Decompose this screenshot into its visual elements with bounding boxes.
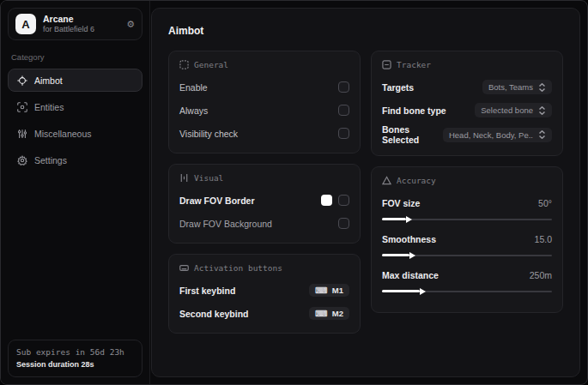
setting-row: Always	[179, 101, 349, 119]
setting-row: Max distance 250m	[382, 266, 552, 284]
activation-buttons-card: Activation buttons First keybind ⌨ M1 Se…	[168, 254, 361, 334]
slider-value: 250m	[530, 270, 552, 280]
targets-dropdown[interactable]: Bots, Teams	[482, 80, 552, 94]
page-title: Aimbot	[168, 25, 571, 37]
setting-label: Always	[179, 105, 208, 116]
app-name: Arcane	[43, 14, 119, 25]
setting-row: Second keybind ⌨ M2	[179, 304, 349, 322]
sidebar-item-miscellaneous[interactable]: Miscellaneous	[8, 122, 142, 145]
smoothness-slider[interactable]	[382, 251, 552, 259]
fov-size-slider[interactable]	[382, 215, 552, 223]
sliders-icon	[179, 173, 189, 183]
sidebar-item-settings[interactable]: Settings	[8, 148, 142, 171]
second-keybind-button[interactable]: ⌨ M2	[309, 307, 349, 320]
visual-card: Visual Draw FOV Border Draw FOV Backgrou…	[168, 164, 361, 244]
setting-label: FOV size	[382, 198, 420, 208]
setting-row: Targets Bots, Teams	[382, 78, 552, 96]
app-window: A Arcane for Battlefield 6 ⚙ Category Ai…	[0, 0, 588, 385]
setting-label: Second keybind	[179, 309, 249, 319]
setting-row: Find bone type Selected bone	[382, 101, 552, 119]
subscription-info-card: Sub expires in 56d 23h Session duration …	[8, 340, 142, 377]
general-card: General Enable Always Visibility check	[168, 51, 361, 153]
dropdown-value: Selected bone	[481, 105, 533, 115]
setting-label: First keybind	[179, 286, 235, 296]
slider-thumb[interactable]	[409, 252, 415, 259]
accuracy-card: Accuracy FOV size 50° Smo	[371, 166, 563, 313]
setting-label: Max distance	[382, 270, 439, 280]
square-minus-icon	[382, 60, 391, 69]
keyboard-icon: ⌨	[315, 286, 327, 295]
scan-box-icon	[16, 101, 27, 112]
keybind-value: M2	[332, 309, 343, 318]
sliders-icon	[16, 128, 27, 139]
sidebar: A Arcane for Battlefield 6 ⚙ Category Ai…	[1, 1, 150, 384]
app-logo: A	[15, 14, 36, 34]
sidebar-item-label: Aimbot	[34, 75, 63, 86]
unfold-icon	[538, 130, 546, 139]
dropdown-value: Head, Neck, Body, Pe..	[449, 130, 533, 140]
right-column: Tracker Targets Bots, Teams Find bone ty…	[371, 51, 563, 313]
max-distance-slider[interactable]	[382, 287, 552, 295]
fov-border-color-swatch[interactable]	[321, 195, 332, 206]
setting-label: Targets	[382, 82, 414, 93]
keyboard-icon	[179, 263, 189, 273]
app-subtitle: for Battlefield 6	[43, 25, 119, 34]
keyboard-icon: ⌨	[315, 309, 327, 318]
slider-value: 15.0	[535, 234, 552, 244]
setting-row: Bones Selected Head, Neck, Body, Pe..	[382, 124, 552, 145]
sidebar-item-entities[interactable]: Entities	[8, 95, 142, 118]
always-checkbox[interactable]	[338, 105, 349, 116]
setting-label: Bones Selected	[382, 124, 443, 145]
setting-row: Visibility check	[179, 124, 349, 142]
draw-fov-background-checkbox[interactable]	[338, 218, 349, 229]
slider-value: 50°	[538, 198, 552, 208]
category-label: Category	[11, 52, 139, 62]
keybind-value: M1	[332, 286, 343, 295]
first-keybind-button[interactable]: ⌨ M1	[309, 284, 349, 297]
section-title: Activation buttons	[194, 263, 282, 273]
draw-fov-border-checkbox[interactable]	[338, 195, 349, 206]
setting-label: Draw FOV Background	[179, 219, 272, 229]
section-title: Tracker	[397, 60, 431, 69]
grid-icon	[179, 60, 189, 69]
slider-thumb[interactable]	[420, 288, 426, 295]
setting-row: Draw FOV Background	[179, 214, 349, 232]
find-bone-type-dropdown[interactable]: Selected bone	[475, 103, 552, 117]
setting-label: Draw FOV Border	[179, 196, 255, 206]
sub-expiry-text: Sub expires in 56d 23h	[16, 346, 134, 358]
unfold-icon	[538, 83, 546, 92]
triangle-icon	[382, 176, 391, 185]
session-duration-text: Session duration 28s	[16, 359, 134, 371]
sidebar-item-label: Settings	[34, 155, 67, 165]
enable-checkbox[interactable]	[338, 81, 349, 93]
section-title: General	[194, 60, 228, 69]
crosshair-icon	[16, 75, 27, 86]
unfold-icon	[538, 106, 546, 115]
left-column: General Enable Always Visibility check	[168, 51, 361, 334]
tracker-card: Tracker Targets Bots, Teams Find bone ty…	[371, 51, 563, 156]
section-title: Visual	[194, 173, 223, 183]
sidebar-item-label: Miscellaneous	[34, 129, 92, 139]
setting-label: Smoothness	[382, 234, 436, 244]
section-title: Accuracy	[397, 176, 436, 185]
setting-label: Find bone type	[382, 105, 446, 116]
brand-card: A Arcane for Battlefield 6 ⚙	[8, 8, 142, 40]
main-panel: Aimbot General Enable Alw	[151, 8, 580, 377]
setting-row: Draw FOV Border	[179, 191, 349, 209]
setting-row: Smoothness 15.0	[382, 230, 552, 248]
sidebar-item-label: Entities	[34, 102, 64, 112]
setting-row: FOV size 50°	[382, 194, 552, 212]
sidebar-nav: Aimbot Entities Miscellaneous Settings	[8, 69, 142, 171]
gear-icon	[16, 154, 27, 165]
visibility-check-checkbox[interactable]	[338, 128, 349, 139]
dropdown-value: Bots, Teams	[488, 82, 533, 92]
slider-thumb[interactable]	[406, 216, 412, 223]
bones-selected-dropdown[interactable]: Head, Neck, Body, Pe..	[443, 128, 552, 142]
gear-icon[interactable]: ⚙	[126, 19, 135, 30]
setting-row: Enable	[179, 78, 349, 96]
sidebar-item-aimbot[interactable]: Aimbot	[8, 69, 142, 92]
setting-label: Visibility check	[179, 129, 238, 139]
setting-row: First keybind ⌨ M1	[179, 281, 349, 299]
setting-label: Enable	[179, 82, 208, 93]
